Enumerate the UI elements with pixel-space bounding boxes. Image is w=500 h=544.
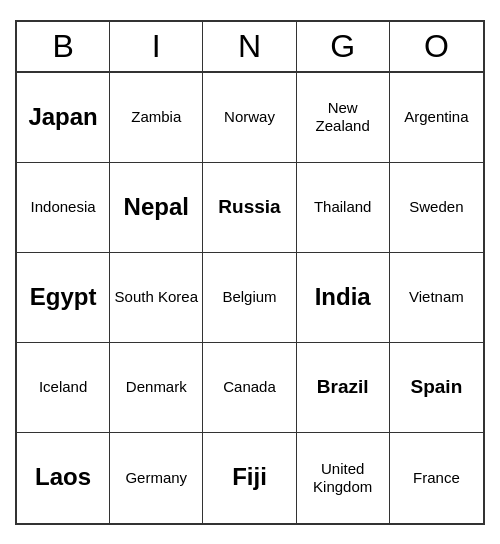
bingo-cell-10: Egypt: [17, 253, 110, 343]
header-letter-i: I: [110, 22, 203, 71]
header-letter-o: O: [390, 22, 483, 71]
bingo-cell-9: Sweden: [390, 163, 483, 253]
bingo-card: BINGO JapanZambiaNorwayNew ZealandArgent…: [15, 20, 485, 525]
header-letter-b: B: [17, 22, 110, 71]
header-letter-n: N: [203, 22, 296, 71]
bingo-cell-11: South Korea: [110, 253, 203, 343]
bingo-cell-19: Spain: [390, 343, 483, 433]
bingo-cell-21: Germany: [110, 433, 203, 523]
header-letter-g: G: [297, 22, 390, 71]
bingo-header: BINGO: [17, 22, 483, 73]
bingo-cell-18: Brazil: [297, 343, 390, 433]
bingo-cell-3: New Zealand: [297, 73, 390, 163]
bingo-grid: JapanZambiaNorwayNew ZealandArgentinaInd…: [17, 73, 483, 523]
bingo-cell-8: Thailand: [297, 163, 390, 253]
bingo-cell-22: Fiji: [203, 433, 296, 523]
bingo-cell-7: Russia: [203, 163, 296, 253]
bingo-cell-23: United Kingdom: [297, 433, 390, 523]
bingo-cell-1: Zambia: [110, 73, 203, 163]
bingo-cell-4: Argentina: [390, 73, 483, 163]
bingo-cell-16: Denmark: [110, 343, 203, 433]
bingo-cell-0: Japan: [17, 73, 110, 163]
bingo-cell-2: Norway: [203, 73, 296, 163]
bingo-cell-15: Iceland: [17, 343, 110, 433]
bingo-cell-24: France: [390, 433, 483, 523]
bingo-cell-5: Indonesia: [17, 163, 110, 253]
bingo-cell-17: Canada: [203, 343, 296, 433]
bingo-cell-12: Belgium: [203, 253, 296, 343]
bingo-cell-14: Vietnam: [390, 253, 483, 343]
bingo-cell-6: Nepal: [110, 163, 203, 253]
bingo-cell-13: India: [297, 253, 390, 343]
bingo-cell-20: Laos: [17, 433, 110, 523]
